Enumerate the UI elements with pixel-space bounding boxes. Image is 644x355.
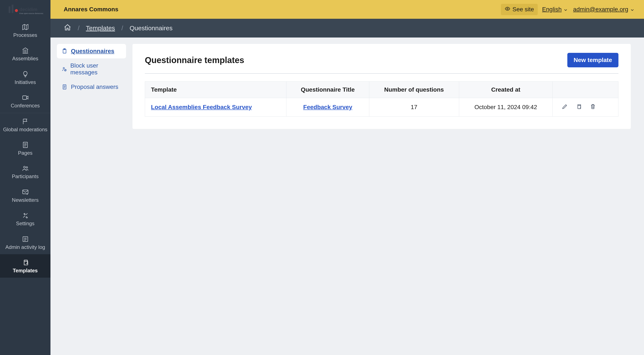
breadcrumb-separator: / [122, 25, 123, 32]
user-dropdown[interactable]: admin@example.org [572, 5, 636, 14]
svg-rect-5 [22, 96, 26, 100]
tools-icon [22, 212, 29, 219]
nav-settings[interactable]: Settings [0, 207, 50, 231]
main-panel: Questionnaire templates New template Tem… [132, 44, 631, 129]
home-icon [64, 24, 71, 33]
page-icon [22, 141, 29, 149]
map-icon [22, 24, 29, 31]
document-icon [62, 84, 68, 90]
nav-initiatives[interactable]: Initiatives [0, 66, 50, 89]
svg-rect-1 [12, 5, 13, 13]
list-icon [22, 235, 29, 243]
trash-icon [590, 103, 596, 111]
nav-label: Participants [12, 174, 38, 179]
breadcrumb: / Templates / Questionnaires [50, 19, 644, 38]
nav-label: Global moderations [3, 127, 47, 132]
col-count: Number of questions [369, 82, 459, 98]
svg-rect-0 [8, 7, 10, 13]
nav-conferences[interactable]: Conferences [0, 89, 50, 113]
subnav-questionnaires[interactable]: Questionnaires [57, 44, 126, 58]
created-at: October 11, 2024 09:42 [459, 98, 553, 117]
nav-label: Settings [16, 221, 34, 226]
chevron-down-icon [563, 7, 568, 12]
col-actions [553, 82, 618, 98]
see-site-button[interactable]: See site [501, 4, 538, 15]
delete-button[interactable] [588, 103, 597, 112]
duplicate-button[interactable] [574, 103, 583, 112]
breadcrumb-home[interactable] [64, 24, 71, 33]
svg-text:Free open-source democracy: Free open-source democracy [20, 12, 44, 15]
svg-point-8 [26, 167, 28, 168]
clipboard-icon [62, 48, 68, 54]
bank-icon [22, 47, 29, 54]
nav-templates[interactable]: Templates [0, 254, 50, 278]
main-sidebar: decidim Free open-source democracy Proce… [0, 0, 50, 355]
template-name-link[interactable]: Local Assemblies Feedback Survey [151, 104, 252, 110]
nav-label: Initiatives [14, 80, 36, 85]
breadcrumb-templates[interactable]: Templates [86, 25, 115, 32]
col-template: Template [145, 82, 286, 98]
svg-point-15 [63, 68, 64, 69]
subnav-label: Proposal answers [71, 84, 118, 90]
subnav-block-user-messages[interactable]: Block user messages [57, 58, 126, 80]
nav-label: Newsletters [12, 197, 38, 203]
question-count: 17 [369, 98, 459, 117]
templates-table: Template Questionnaire Title Number of q… [145, 81, 618, 117]
questionnaire-title-link[interactable]: Feedback Survey [303, 104, 352, 110]
topbar: Annares Commons See site English admin@e… [50, 0, 644, 19]
nav-label: Pages [18, 150, 32, 156]
nav-global-moderations[interactable]: Global moderations [0, 113, 50, 137]
edit-button[interactable] [560, 103, 569, 112]
breadcrumb-current: Questionnaires [130, 25, 172, 32]
table-header-row: Template Questionnaire Title Number of q… [145, 82, 618, 98]
user-block-icon [62, 66, 67, 72]
org-name: Annares Commons [64, 6, 118, 13]
nav-label: Assemblies [12, 56, 38, 61]
copy-icon [22, 259, 29, 266]
svg-rect-18 [578, 106, 581, 109]
svg-point-7 [24, 166, 25, 168]
nav-participants[interactable]: Participants [0, 160, 50, 183]
col-title: Questionnaire Title [286, 82, 369, 98]
copy-icon [576, 103, 582, 111]
nav-label: Processes [13, 32, 37, 38]
svg-point-12 [507, 8, 508, 9]
table-row: Local Assemblies Feedback Survey Feedbac… [145, 98, 618, 117]
video-icon [22, 94, 29, 101]
language-dropdown[interactable]: English [541, 5, 569, 14]
lightbulb-icon [22, 71, 29, 78]
panel-title: Questionnaire templates [145, 55, 244, 65]
flag-icon [22, 118, 29, 125]
logo[interactable]: decidim Free open-source democracy [0, 0, 50, 19]
new-template-button[interactable]: New template [567, 53, 619, 67]
people-icon [22, 165, 29, 172]
svg-point-2 [15, 9, 18, 12]
pencil-icon [562, 103, 568, 111]
language-label: English [542, 6, 562, 13]
nav-label: Admin activity log [5, 244, 45, 250]
chevron-down-icon [630, 7, 635, 12]
nav-newsletters[interactable]: Newsletters [0, 184, 50, 207]
nav-assemblies[interactable]: Assemblies [0, 42, 50, 66]
subnav-label: Block user messages [70, 62, 122, 76]
see-site-label: See site [512, 6, 534, 13]
nav-label: Conferences [11, 103, 40, 109]
subnav-label: Questionnaires [71, 48, 114, 55]
nav-processes[interactable]: Processes [0, 19, 50, 42]
col-created: Created at [459, 82, 553, 98]
subnav-proposal-answers[interactable]: Proposal answers [57, 80, 126, 94]
nav-admin-activity-log[interactable]: Admin activity log [0, 231, 50, 254]
breadcrumb-separator: / [78, 25, 80, 32]
sub-sidebar: Questionnaires Block user messages Propo… [50, 38, 132, 355]
svg-rect-9 [22, 190, 28, 194]
user-email: admin@example.org [573, 6, 628, 13]
nav-pages[interactable]: Pages [0, 137, 50, 160]
svg-text:decidim: decidim [20, 7, 38, 12]
mail-plus-icon [22, 188, 29, 196]
eye-icon [505, 6, 510, 13]
nav-label: Templates [13, 268, 38, 273]
